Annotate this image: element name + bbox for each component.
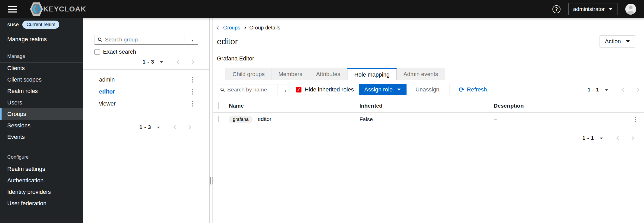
sidebar-item-users[interactable]: Users [0, 97, 83, 108]
pagination-options-toggle[interactable] [600, 136, 603, 140]
sidebar-item-clients[interactable]: Clients [0, 63, 83, 74]
kebab-menu-icon[interactable]: ⋮ [190, 101, 196, 107]
previous-page-icon[interactable] [616, 136, 621, 140]
group-search-input[interactable] [105, 36, 181, 43]
roles-pagination-bottom: 1 - 1 [582, 134, 634, 142]
divider [449, 84, 449, 95]
list-item: admin ⋮ [83, 74, 209, 86]
keycloak-logo: KEYCLOAK [28, 2, 86, 16]
groups-pagination-top: 1 - 3 [83, 58, 209, 66]
tab-members[interactable]: Members [272, 68, 310, 80]
sidebar-item-realm-roles[interactable]: Realm roles [0, 85, 83, 97]
pagination-range: 1 - 3 [143, 59, 154, 65]
logo-wordmark: KEYCLOAK [43, 5, 86, 13]
tab-attributes[interactable]: Attributes [309, 68, 347, 80]
exact-search-checkbox[interactable] [94, 49, 100, 55]
breadcrumb-link-groups[interactable]: Groups [223, 25, 240, 31]
sidebar-item-events[interactable]: Events [0, 131, 83, 143]
pagination-options-toggle[interactable] [157, 125, 160, 129]
keycloak-admin-console: KEYCLOAK ? administrator suse Current re… [0, 0, 644, 223]
check-icon: ✓ [297, 87, 300, 92]
group-link-admin[interactable]: admin [99, 76, 115, 83]
row-select-checkbox[interactable] [218, 116, 218, 122]
kebab-menu-icon[interactable]: ⋮ [190, 89, 196, 95]
group-link-viewer[interactable]: viewer [99, 100, 116, 107]
arrow-right-icon: → [281, 86, 288, 94]
page-title: editor [217, 35, 238, 47]
current-realm-row[interactable]: suse Current realm [0, 18, 83, 31]
help-icon[interactable]: ? [552, 5, 561, 13]
tab-child-groups[interactable]: Child groups [226, 68, 272, 80]
divider [83, 69, 209, 70]
role-search-input[interactable] [227, 86, 274, 93]
action-dropdown-button[interactable]: Action [600, 35, 635, 47]
role-inherited: False [359, 113, 494, 126]
group-search-submit-button[interactable]: → [184, 35, 198, 45]
sidebar-item-realm-settings[interactable]: Realm settings [0, 163, 83, 175]
search-icon [220, 87, 225, 92]
next-page-icon[interactable] [190, 60, 195, 64]
list-item: viewer ⋮ [83, 98, 209, 110]
role-search-control: → [217, 84, 291, 95]
user-menu-label: administrator [573, 6, 605, 12]
role-search-submit-button[interactable]: → [278, 84, 291, 95]
exact-search-label: Exact search [103, 48, 136, 55]
column-header-description: Description [494, 99, 632, 113]
column-header-name: Name [229, 99, 359, 113]
chevron-down-icon [397, 89, 401, 91]
group-link-editor[interactable]: editor [99, 88, 115, 95]
avatar[interactable] [625, 4, 636, 15]
chevron-down-icon [626, 40, 630, 42]
table-header-row: Name Inherited Description [213, 99, 644, 113]
pagination-options-toggle[interactable] [160, 59, 163, 64]
user-menu-dropdown[interactable]: administrator [568, 3, 617, 15]
pagination-options-toggle[interactable] [605, 87, 608, 92]
search-icon [98, 37, 102, 42]
unassign-button[interactable]: Unassign [415, 86, 439, 93]
role-description: – [494, 113, 632, 126]
nav-section-manage: Manage [0, 53, 83, 62]
role-mapping-toolbar: → ✓ Hide inherited roles Assign role Una… [217, 84, 639, 95]
select-all-checkbox[interactable] [218, 102, 218, 109]
tab-admin-events[interactable]: Admin events [397, 68, 445, 80]
sidebar-item-identity-providers[interactable]: Identity providers [0, 186, 83, 198]
previous-page-icon[interactable] [177, 60, 181, 64]
refresh-button[interactable]: ⟳ Refresh [459, 86, 487, 93]
breadcrumb-back-icon[interactable] [216, 26, 220, 29]
groups-panel: → Exact search 1 - 3 admin ⋮ [83, 18, 210, 223]
sidebar-item-manage-realms[interactable]: Manage realms [0, 33, 83, 46]
sidebar-nav: suse Current realm Manage realms Manage … [0, 18, 83, 223]
current-realm-badge: Current realm [22, 21, 59, 29]
tab-role-mapping[interactable]: Role mapping [347, 68, 397, 80]
assign-role-button[interactable]: Assign role [359, 84, 407, 95]
groups-pagination-bottom: 1 - 3 [83, 123, 209, 131]
sidebar-item-client-scopes[interactable]: Client scopes [0, 74, 83, 85]
panel-resize-gutter [210, 18, 212, 223]
sidebar-item-authentication[interactable]: Authentication [0, 175, 83, 186]
next-page-icon[interactable] [630, 136, 634, 140]
kebab-menu-icon[interactable]: ⋮ [190, 77, 196, 83]
breadcrumb-separator-icon [243, 27, 246, 29]
hide-inherited-roles-label: Hide inherited roles [305, 86, 354, 93]
keycloak-logo-icon [28, 2, 45, 16]
hide-inherited-roles-checkbox[interactable]: ✓ [296, 87, 301, 92]
breadcrumb: Groups Group details [217, 25, 635, 31]
next-page-icon[interactable] [187, 125, 191, 129]
sidebar-item-user-federation[interactable]: User federation [0, 198, 83, 209]
group-details-main: Groups Group details editor Action Grafa… [212, 18, 644, 223]
sidebar-item-groups[interactable]: Groups [0, 108, 83, 120]
group-list: admin ⋮ editor ⋮ viewer ⋮ [83, 74, 209, 110]
pagination-range: 1 - 3 [139, 124, 151, 130]
resize-grip-handle[interactable] [210, 177, 212, 184]
column-header-inherited: Inherited [359, 99, 494, 113]
sidebar-item-sessions[interactable]: Sessions [0, 120, 83, 131]
tab-bar: Child groups Members Attributes Role map… [213, 68, 644, 80]
previous-page-icon[interactable] [173, 125, 178, 129]
previous-page-icon[interactable] [622, 88, 626, 92]
kebab-menu-icon[interactable]: ⋮ [632, 116, 638, 123]
breadcrumb-current: Group details [249, 25, 280, 31]
masthead: KEYCLOAK ? administrator [0, 0, 644, 18]
nav-toggle-icon[interactable] [8, 6, 17, 13]
next-page-icon[interactable] [635, 88, 640, 92]
roles-pagination-top: 1 - 1 [588, 86, 639, 94]
